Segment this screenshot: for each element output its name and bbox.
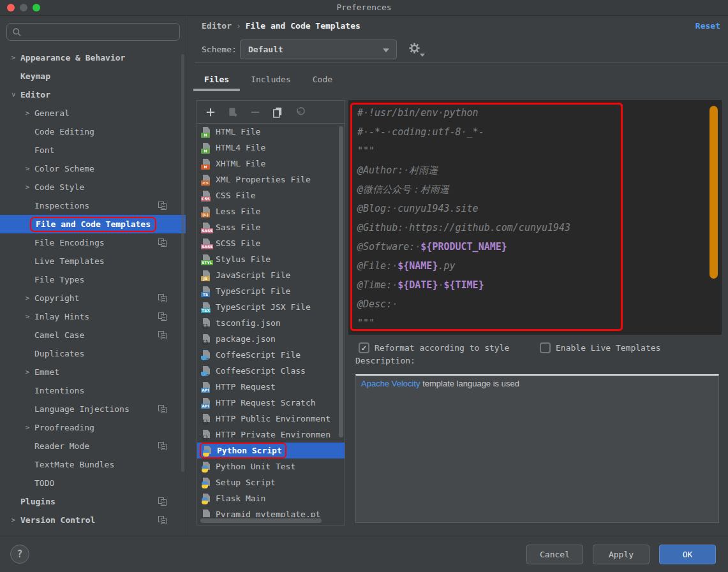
close-window-button[interactable] [7, 4, 15, 11]
sidebar-scrollbar[interactable] [181, 54, 184, 472]
zoom-window-button[interactable] [33, 4, 40, 11]
chevron-right-icon[interactable]: > [23, 423, 32, 432]
template-item-css-file[interactable]: CSSCSS File [197, 187, 345, 203]
help-button[interactable]: ? [10, 545, 29, 564]
template-item-pyramid-mytemplate-pt[interactable]: Pyramid mytemplate.pt [197, 506, 345, 517]
sidebar-item-camel-case[interactable]: Camel Case [0, 326, 186, 344]
sidebar-item-reader-mode[interactable]: Reader Mode [0, 437, 186, 455]
chevron-right-icon[interactable]: > [9, 516, 18, 524]
sidebar-item-inlay-hints[interactable]: >Inlay Hints [0, 307, 186, 326]
settings-search[interactable] [6, 23, 180, 41]
chevron-right-icon[interactable]: > [23, 165, 32, 173]
template-item-python-script[interactable]: Python Script [197, 443, 345, 458]
reset-link[interactable]: Reset [695, 20, 720, 33]
editor-scrollbar[interactable] [709, 106, 718, 279]
duplicate-button-icon[interactable] [272, 106, 283, 118]
sidebar-item-font[interactable]: Font [0, 141, 186, 159]
template-item-scss-file[interactable]: SASSSCSS File [197, 235, 345, 251]
description-text: template language is used [420, 379, 519, 388]
template-item-typescript-file[interactable]: TSTypeScript File [197, 283, 345, 299]
scheme-actions-button[interactable] [408, 42, 425, 56]
template-item-html-file[interactable]: HHTML File [197, 124, 345, 140]
chevron-right-icon[interactable]: > [23, 294, 32, 302]
sidebar-item-language-injections[interactable]: Language Injections [0, 400, 186, 418]
template-item-http-public-environment[interactable]: {}HTTP Public Environment [197, 411, 345, 427]
cancel-button[interactable]: Cancel [526, 545, 583, 564]
sidebar-item-intentions[interactable]: Intentions [0, 381, 186, 400]
code-line: @Desc:· [357, 295, 570, 314]
enable-live-templates-label[interactable]: Enable Live Templates [556, 342, 660, 354]
sidebar-item-inspections[interactable]: Inspections [0, 196, 186, 215]
enable-live-templates-checkbox[interactable] [540, 342, 551, 353]
sidebar-item-file-types[interactable]: File Types [0, 270, 186, 289]
sidebar-item-copyright[interactable]: >Copyright [0, 289, 186, 307]
sidebar-item-color-scheme[interactable]: >Color Scheme [0, 159, 186, 178]
template-item-http-private-environmen[interactable]: {}HTTP Private Environmen [197, 427, 345, 443]
sidebar-item-proofreading[interactable]: >Proofreading [0, 418, 186, 437]
reformat-checkbox[interactable]: ✓ [359, 342, 369, 353]
template-item-stylus-file[interactable]: STYLStylus File [197, 251, 345, 267]
template-item-package-json[interactable]: {}package.json [197, 331, 345, 347]
sidebar-item-textmate-bundles[interactable]: TextMate Bundles [0, 455, 186, 474]
template-item-sass-file[interactable]: SASSSass File [197, 219, 345, 235]
json-braces-glyph: {} [202, 419, 209, 425]
sidebar-item-todo[interactable]: TODO [0, 474, 186, 492]
template-item-http-request-scratch[interactable]: APIHTTP Request Scratch [197, 395, 345, 411]
minimize-window-button[interactable] [20, 4, 27, 11]
per-project-settings-icon [158, 497, 167, 506]
tab-code[interactable]: Code [302, 71, 343, 90]
template-list-vertical-scrollbar[interactable] [339, 126, 343, 437]
template-item-coffeescript-class[interactable]: CoffeeScript Class [197, 363, 345, 379]
template-item-content: TSXTypeScript JSX File [201, 302, 311, 312]
template-item-python-unit-test[interactable]: Python Unit Test [197, 458, 345, 474]
sidebar-item-plugins[interactable]: Plugins [0, 492, 186, 511]
template-item-coffeescript-file[interactable]: CoffeeScript File [197, 347, 345, 363]
sidebar-item-live-templates[interactable]: Live Templates [0, 252, 186, 270]
sidebar-item-label: TextMate Bundles [34, 460, 114, 469]
template-item-label: XHTML File [216, 159, 265, 168]
chevron-right-icon[interactable]: > [23, 183, 32, 191]
reformat-checkbox-label[interactable]: Reformat according to style [375, 342, 509, 354]
template-item-http-request[interactable]: APIHTTP Request [197, 379, 345, 395]
template-item-javascript-file[interactable]: JSJavaScript File [197, 267, 345, 283]
template-item-xhtml-file[interactable]: HXHTML File [197, 156, 345, 172]
chevron-right-icon[interactable]: > [9, 54, 18, 62]
template-item-label: SCSS File [216, 238, 260, 248]
template-item-label: Flask Main [216, 494, 265, 503]
chevron-down-icon[interactable]: > [10, 91, 18, 99]
template-item-xml-properties-file[interactable]: <>XML Properties File [197, 172, 345, 187]
chevron-right-icon[interactable]: > [23, 312, 32, 321]
ok-button[interactable]: OK [659, 545, 716, 564]
chevron-right-icon[interactable]: > [23, 368, 32, 376]
template-item-less-file[interactable]: (L)Less File [197, 203, 345, 219]
sidebar-item-file-and-code-templates[interactable]: File and Code Templates [0, 215, 186, 233]
apache-velocity-link[interactable]: Apache Velocity [361, 379, 420, 388]
scheme-dropdown[interactable]: Default [240, 40, 397, 59]
template-item-label: HTTP Private Environmen [216, 430, 331, 439]
template-item-html4-file[interactable]: HHTML4 File [197, 140, 345, 156]
sidebar-item-duplicates[interactable]: Duplicates [0, 344, 186, 363]
chevron-right-icon[interactable]: > [23, 109, 32, 117]
styl-file-icon: STYL [201, 254, 212, 265]
sidebar-item-code-editing[interactable]: Code Editing [0, 122, 186, 141]
apply-button[interactable]: Apply [593, 545, 650, 564]
add-button-icon[interactable] [205, 106, 216, 118]
sidebar-item-appearance-behavior[interactable]: >Appearance & Behavior [0, 48, 186, 67]
sidebar-item-file-encodings[interactable]: File Encodings [0, 233, 186, 252]
sidebar-item-general[interactable]: >General [0, 104, 186, 122]
sidebar-item-version-control[interactable]: >Version Control [0, 511, 186, 529]
template-item-tsconfig-json[interactable]: {}tsconfig.json [197, 315, 345, 331]
template-item-setup-script[interactable]: Setup Script [197, 474, 345, 490]
sidebar-item-editor[interactable]: >Editor [0, 85, 186, 104]
sidebar-item-keymap[interactable]: Keymap [0, 67, 186, 85]
tab-files[interactable]: Files [193, 71, 240, 90]
breadcrumb-editor[interactable]: Editor [202, 21, 232, 31]
template-item-typescript-jsx-file[interactable]: TSXTypeScript JSX File [197, 299, 345, 315]
template-editor[interactable]: #·!usr/bin/env·python#·-*-·coding:utf-8·… [348, 100, 722, 335]
settings-search-input[interactable] [26, 27, 168, 38]
tab-includes[interactable]: Includes [240, 71, 302, 90]
template-item-flask-main[interactable]: Flask Main [197, 490, 345, 506]
sidebar-item-code-style[interactable]: >Code Style [0, 178, 186, 196]
template-list-horizontal-scrollbar[interactable] [200, 518, 322, 523]
sidebar-item-emmet[interactable]: >Emmet [0, 363, 186, 381]
